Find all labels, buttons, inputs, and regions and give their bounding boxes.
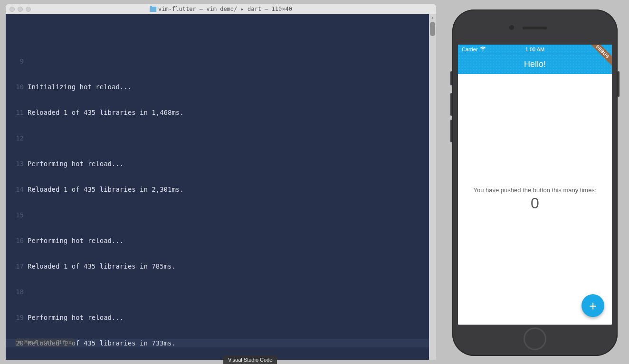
volume-down-button[interactable]: [450, 120, 452, 142]
ios-statusbar: Carrier 1:00 AM: [458, 45, 612, 54]
clock: 1:00 AM: [525, 47, 544, 52]
scroll-thumb[interactable]: [430, 22, 435, 36]
line-number: 12: [6, 134, 28, 142]
output-line: [28, 211, 436, 219]
folder-icon: [150, 7, 156, 12]
output-line: [28, 134, 436, 142]
line-number: 14: [6, 185, 28, 194]
editor[interactable]: 9 10Initializing hot reload... 11Reloade…: [6, 14, 436, 360]
dock-tooltip: Visual Studio Code: [223, 355, 277, 364]
output-line: Performing hot reload...: [28, 236, 436, 245]
terminal-window: vim-flutter — vim demo/ ▸ dart — 110×40 …: [6, 4, 436, 360]
power-button[interactable]: [618, 71, 619, 97]
zoom-icon[interactable]: [26, 7, 31, 12]
line-number: 11: [6, 108, 28, 117]
wifi-icon: [480, 47, 486, 52]
line-number: 19: [6, 313, 28, 322]
output-line: Performing hot reload...: [28, 313, 436, 322]
output-line: [28, 288, 436, 296]
output-line: [28, 57, 436, 65]
output-line: Reloaded 1 of 435 libraries in 733ms.: [28, 339, 436, 347]
traffic-lights: [10, 7, 31, 12]
output-line: Reloaded 1 of 435 libraries in 2,301ms.: [28, 185, 436, 194]
close-icon[interactable]: [10, 7, 15, 12]
gifox-watermark: ⊙ Made with Gifox: [15, 338, 75, 346]
counter-value: 0: [531, 195, 539, 212]
output-line: Initializing hot reload...: [28, 83, 436, 91]
scroll-up-icon[interactable]: ▴: [429, 14, 436, 21]
line-number: 10: [6, 83, 28, 91]
line-number: 15: [6, 211, 28, 219]
output-line: Reloaded 1 of 435 libraries in 785ms.: [28, 262, 436, 271]
line-number: 18: [6, 288, 28, 296]
carrier-label: Carrier: [462, 47, 478, 52]
app-body: You have pushed the button this many tim…: [458, 74, 612, 325]
home-button[interactable]: [524, 327, 546, 350]
fab-add-button[interactable]: +: [581, 294, 604, 317]
flutter-output-pane[interactable]: 9 10Initializing hot reload... 11Reloade…: [6, 40, 436, 360]
line-number: 9: [6, 57, 28, 65]
mute-switch[interactable]: [450, 71, 452, 85]
line-number: 16: [6, 236, 28, 245]
app-bar: Hello!: [458, 54, 612, 74]
line-number: 17: [6, 262, 28, 271]
plus-icon: +: [589, 299, 597, 313]
speaker-icon: [523, 27, 547, 29]
output-line: Reloaded 1 of 435 libraries in 1,468ms.: [28, 108, 436, 117]
scrollbar[interactable]: ▴: [429, 14, 436, 360]
window-title: vim-flutter — vim demo/ ▸ dart — 110×40: [150, 6, 292, 12]
app-title: Hello!: [524, 59, 546, 69]
minimize-icon[interactable]: [18, 7, 23, 12]
titlebar: vim-flutter — vim demo/ ▸ dart — 110×40: [6, 4, 436, 14]
line-number: 13: [6, 159, 28, 168]
ios-simulator: Carrier 1:00 AM Hello! DEBUG You have pu…: [452, 9, 618, 356]
camera-icon: [509, 25, 514, 30]
volume-up-button[interactable]: [450, 93, 452, 116]
counter-label: You have pushed the button this many tim…: [474, 187, 597, 194]
simulator-screen[interactable]: Carrier 1:00 AM Hello! DEBUG You have pu…: [458, 45, 612, 325]
output-line: Performing hot reload...: [28, 159, 436, 168]
